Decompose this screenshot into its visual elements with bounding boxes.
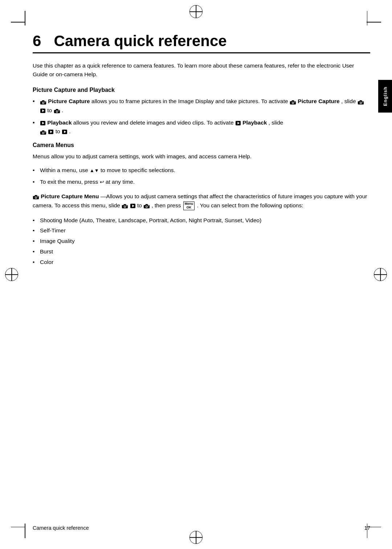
ok-label: OK bbox=[187, 206, 192, 210]
updown-arrow-icon: ▲▼ bbox=[90, 168, 99, 173]
playback-period: . bbox=[69, 128, 70, 134]
intro-paragraph: Use this chapter as a quick reference to… bbox=[33, 61, 370, 79]
playback-label2: Playback bbox=[242, 119, 267, 126]
svg-rect-51 bbox=[148, 206, 149, 206]
language-label: English bbox=[383, 86, 388, 106]
camera-icon-pcm3 bbox=[143, 202, 150, 210]
picture-capture-text1: allows you to frame pictures in the Imag… bbox=[91, 98, 290, 104]
playback-to: to bbox=[56, 128, 62, 134]
svg-rect-41 bbox=[124, 204, 126, 205]
svg-rect-44 bbox=[126, 206, 127, 206]
svg-point-50 bbox=[146, 206, 147, 207]
option-burst-text: Burst bbox=[40, 248, 53, 255]
picture-capture-to: to bbox=[47, 107, 53, 113]
picture-capture-period: . bbox=[62, 107, 63, 113]
play-icon-5 bbox=[62, 128, 69, 134]
svg-rect-30 bbox=[45, 132, 45, 133]
camera-icon-4 bbox=[54, 106, 60, 115]
reg-circle-left bbox=[5, 268, 18, 281]
play-icon-4 bbox=[48, 128, 55, 134]
play-icon-2 bbox=[40, 119, 47, 126]
chapter-title-text: Camera quick reference bbox=[54, 32, 226, 49]
crop-mark-tr-v bbox=[367, 11, 368, 25]
pcm-bold-label: Picture Capture Menu bbox=[41, 193, 99, 199]
playback-label: Playback bbox=[47, 119, 72, 126]
crop-mark-bl-h bbox=[11, 527, 25, 528]
pcm-text2: , then press bbox=[151, 202, 182, 208]
pcm-text3: . You can select from the following opti… bbox=[197, 202, 303, 208]
svg-point-8 bbox=[292, 102, 293, 103]
camera-icon-1 bbox=[40, 98, 46, 106]
camera-icon-5 bbox=[40, 128, 46, 136]
chapter-number: 6 bbox=[33, 32, 41, 49]
play-icon-1 bbox=[40, 107, 47, 113]
chapter-title: 6 Camera quick reference bbox=[33, 33, 370, 53]
menu-bullet-1-text2: to move to specific selections. bbox=[101, 167, 175, 173]
section1-heading: Picture Capture and Playback bbox=[33, 87, 370, 93]
play-icon-3 bbox=[235, 119, 242, 126]
camera-icon-2 bbox=[290, 98, 296, 106]
picture-capture-text2: , slide bbox=[341, 98, 358, 104]
camera-icon-pcm bbox=[33, 192, 39, 201]
picture-capture-label: Picture Capture bbox=[48, 98, 90, 104]
playback-text1: allows you review and delete images and … bbox=[73, 119, 235, 126]
svg-rect-18 bbox=[56, 109, 58, 110]
camera-menus-bullet-list: Within a menu, use ▲▼ to move to specifi… bbox=[33, 166, 370, 186]
option-self-timer: Self-Timer bbox=[33, 226, 370, 235]
menu-bullet-2-text1: To exit the menu, press bbox=[40, 179, 100, 185]
svg-point-20 bbox=[56, 111, 57, 112]
option-color-text: Color bbox=[40, 259, 53, 265]
option-burst: Burst bbox=[33, 247, 370, 256]
section-camera-menus: Camera Menus Menus allow you to adjust c… bbox=[33, 142, 370, 267]
option-shooting-mode: Shooting Mode (Auto, Theatre, Landscape,… bbox=[33, 216, 370, 225]
crop-mark-tl-v bbox=[25, 11, 25, 25]
menu-bullet-1-text1: Within a menu, use bbox=[40, 167, 90, 173]
section-picture-capture: Picture Capture and Playback bbox=[33, 87, 370, 136]
main-content: 6 Camera quick reference Use this chapte… bbox=[33, 33, 370, 516]
option-self-timer-text: Self-Timer bbox=[40, 227, 66, 233]
back-arrow-icon: ↩ bbox=[100, 179, 104, 185]
bullet-picture-capture: Picture Capture allows you to frame pict… bbox=[33, 97, 370, 115]
svg-rect-4 bbox=[45, 101, 45, 102]
reg-circle-bottom bbox=[189, 531, 203, 544]
svg-rect-11 bbox=[360, 100, 362, 101]
svg-rect-9 bbox=[294, 101, 295, 102]
svg-rect-36 bbox=[35, 195, 37, 196]
crop-mark-tr-h bbox=[367, 22, 381, 23]
option-image-quality-text: Image Quality bbox=[40, 238, 75, 244]
svg-rect-21 bbox=[58, 110, 59, 111]
bullet-playback: Playback allows you review and delete im… bbox=[33, 118, 370, 136]
svg-point-38 bbox=[35, 197, 36, 198]
menu-bullet-2-text2: at any time. bbox=[106, 179, 135, 185]
options-list: Shooting Mode (Auto, Theatre, Landscape,… bbox=[33, 216, 370, 267]
language-tab: English bbox=[378, 80, 392, 113]
svg-point-13 bbox=[360, 102, 361, 103]
section1-bullet-list: Picture Capture allows you to frame pict… bbox=[33, 97, 370, 136]
option-color: Color bbox=[33, 258, 370, 267]
pcm-paragraph: Picture Capture Menu —Allows you to adju… bbox=[33, 192, 370, 210]
menu-ok-icon: Menu OK bbox=[183, 202, 195, 210]
footer-page-number: 17 bbox=[364, 525, 370, 531]
menu-bullet-1: Within a menu, use ▲▼ to move to specifi… bbox=[33, 166, 370, 175]
svg-rect-1 bbox=[42, 100, 45, 101]
svg-rect-48 bbox=[146, 204, 148, 205]
page: English 6 Camera quick reference Use thi… bbox=[0, 0, 392, 549]
option-shooting-mode-text: Shooting Mode (Auto, Theatre, Landscape,… bbox=[40, 217, 261, 223]
section2-heading: Camera Menus bbox=[33, 142, 370, 149]
svg-rect-39 bbox=[37, 196, 38, 197]
pcm-to: to bbox=[137, 202, 143, 208]
camera-icon-3 bbox=[358, 98, 364, 106]
svg-point-3 bbox=[42, 102, 44, 103]
option-image-quality: Image Quality bbox=[33, 237, 370, 246]
svg-point-43 bbox=[124, 206, 126, 207]
footer-label: Camera quick reference bbox=[33, 525, 89, 531]
svg-point-29 bbox=[42, 132, 44, 133]
menu-bullet-2: To exit the menu, press ↩ at any time. bbox=[33, 178, 370, 186]
svg-rect-27 bbox=[42, 130, 45, 131]
camera-icon-pcm2 bbox=[122, 202, 128, 210]
camera-menus-para: Menus allow you to adjust camera setting… bbox=[33, 152, 370, 161]
play-icon-pcm bbox=[130, 202, 137, 208]
crop-mark-tl-h bbox=[11, 22, 25, 23]
playback-text2: , slide bbox=[269, 119, 283, 126]
page-footer: Camera quick reference 17 bbox=[33, 525, 370, 531]
